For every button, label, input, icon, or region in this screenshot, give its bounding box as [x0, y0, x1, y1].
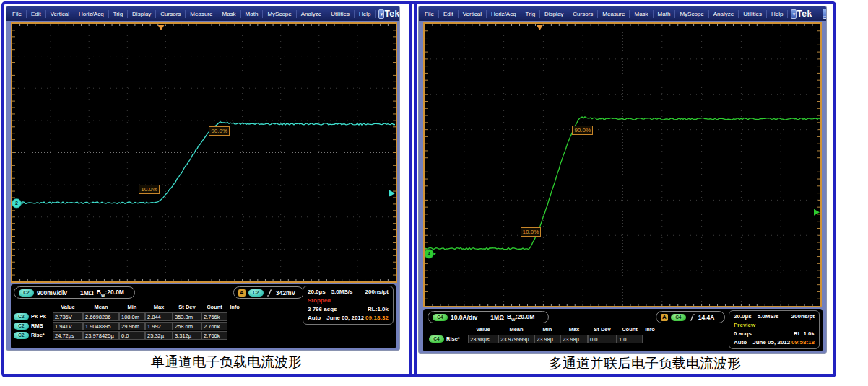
menu-item[interactable]: Horiz/Acq — [487, 10, 521, 18]
trigger-readout[interactable]: A C4 14.4A — [656, 311, 725, 323]
menu-items: FileEditVerticalHoriz/AcqTrigDisplayCurs… — [420, 10, 788, 18]
record-length: RL:1.0k — [794, 330, 815, 338]
menu-item[interactable]: Trig — [521, 10, 540, 18]
menu-item[interactable]: Help — [767, 10, 788, 18]
measurement-row: C2RMS 1.941V 1.9048895 29.96m 1.992 258.… — [14, 321, 242, 330]
measurement-column-header: St Dev — [588, 325, 617, 334]
acquisition-count: 0 acqs — [734, 330, 752, 338]
acquisition-status: Stopped — [308, 297, 331, 305]
date: June 05, 2012 — [752, 338, 790, 347]
measurement-count: 1.0 — [617, 335, 643, 343]
menu-item[interactable]: Utilities — [739, 10, 767, 18]
menu-dropdown-button[interactable]: ▼ — [378, 9, 384, 19]
menu-item[interactable]: Analyze — [297, 10, 326, 18]
menu-item[interactable]: MyScope — [675, 10, 708, 18]
outer-frame: FileEditVerticalHoriz/AcqTrigDisplayCurs… — [1, 1, 836, 377]
measurement-name: Pk-Pk — [31, 313, 46, 320]
measurement-min: 29.96m — [119, 322, 145, 330]
channel-readout[interactable]: C2 900mV/div 1MΩ BW:20.0M — [14, 286, 135, 299]
rising-edge-icon — [689, 314, 695, 321]
rising-edge-icon — [266, 289, 273, 297]
trigger-position-marker[interactable] — [536, 25, 543, 30]
menu-item[interactable]: Math — [241, 10, 264, 18]
channel-badge: C4 — [433, 314, 448, 321]
measurement-mean: 23.978425µ — [83, 331, 119, 340]
measurement-stdev: 3.312µ — [173, 331, 201, 340]
menu-item[interactable]: Mask — [217, 10, 240, 18]
menu-item[interactable]: Horiz/Acq — [74, 10, 109, 18]
menu-item[interactable]: Display — [128, 10, 156, 18]
menu-item[interactable]: Trig — [109, 10, 128, 18]
horizontal-scale: 20.0µs — [734, 312, 752, 321]
minimize-button[interactable]: _ — [823, 9, 827, 19]
measurement-count: 2.766k — [201, 312, 227, 321]
menu-item[interactable]: Vertical — [459, 10, 487, 18]
scope-window-left: FileEditVerticalHoriz/AcqTrigDisplayCurs… — [6, 6, 400, 351]
menu-item[interactable]: Analyze — [709, 10, 739, 18]
measurement-value: 24.72µs — [53, 331, 83, 340]
menu-item[interactable]: Measure — [598, 10, 630, 18]
measurement-count: 2.766k — [201, 322, 227, 330]
measurement-table: ValueMeanMinMaxSt DevCountInfo C2Pk-Pk 2… — [14, 303, 242, 340]
clock-time: 09:58:18 — [791, 338, 815, 347]
menu-item[interactable]: Help — [355, 10, 376, 18]
measurement-mean: 1.9048895 — [83, 322, 119, 330]
measurement-column-header: Mean — [83, 303, 119, 312]
menu-item[interactable]: File — [420, 10, 439, 18]
menu-dropdown-button[interactable]: ▼ — [791, 9, 797, 19]
channel-badge: C2 — [14, 332, 29, 339]
rise-ref-high-label: 90.0% — [572, 126, 593, 135]
channel-readout[interactable]: C4 10.0A/div 1MΩ BW:20.0M — [428, 311, 549, 323]
measurement-column-header: Min — [119, 303, 145, 312]
record-length: RL:1.0k — [368, 305, 389, 314]
measurement-stdev: 258.6m — [173, 322, 201, 330]
rise-ref-low-label: 10.0% — [521, 227, 542, 237]
menu-item[interactable]: Measure — [186, 10, 217, 18]
measurement-headers: ValueMeanMinMaxSt DevCountInfo — [53, 303, 242, 312]
measurement-stdev: 0.0 — [588, 335, 617, 343]
measurement-column-header: Count — [617, 325, 643, 334]
acquisition-count: 2 766 acqs — [308, 305, 337, 314]
clock-time: 09:18:32 — [365, 314, 389, 323]
menu-item[interactable]: MyScope — [263, 10, 296, 18]
caption-right: 多通道并联后电子负载电流波形 — [418, 354, 832, 373]
rise-ref-high-label: 90.0% — [209, 126, 230, 136]
measurement-column-header: Value — [468, 325, 498, 334]
menu-item[interactable]: Mask — [630, 10, 653, 18]
panel-right: FileEditVerticalHoriz/AcqTrigDisplayCurs… — [417, 4, 833, 374]
measurement-row: C4Rise* 23.98µs 23.979999µ 23.98µ 23.98µ… — [429, 334, 657, 343]
measurement-mean: 2.6698286 — [83, 312, 119, 321]
sample-rate: 5.0MS/s — [758, 312, 779, 321]
measurement-max: 25.32µ — [145, 331, 173, 340]
measurement-column-header: Info — [227, 303, 242, 312]
measurement-column-header: Info — [643, 325, 657, 334]
caption-left: 单通道电子负载电流波形 — [6, 351, 407, 373]
measurement-mean: 23.979999µ — [498, 335, 534, 343]
menu-item[interactable]: Edit — [27, 10, 46, 18]
measurement-max: 2.844 — [145, 312, 173, 321]
menu-item[interactable]: Edit — [439, 10, 459, 18]
sample-rate: 5.0MS/s — [331, 288, 353, 297]
scope-screen: 2 10.0% 90.0% C2 900mV/div 1MΩ BW:20.0M … — [6, 21, 399, 350]
menu-item[interactable]: File — [8, 10, 27, 18]
acquisition-status: Preview — [734, 321, 755, 330]
measurement-headers: ValueMeanMinMaxSt DevCountInfo — [468, 325, 657, 335]
menu-item[interactable]: Cursors — [568, 10, 598, 18]
menu-item[interactable]: Math — [654, 10, 676, 18]
measurement-column-header: St Dev — [173, 303, 201, 312]
channel-badge: C2 — [19, 289, 34, 297]
menu-item[interactable]: Display — [540, 10, 568, 18]
measurement-column-header: Count — [201, 303, 227, 312]
measurement-info — [643, 335, 657, 343]
menu-item[interactable]: Utilities — [326, 10, 355, 18]
measurement-table: ValueMeanMinMaxSt DevCountInfo C4Rise* 2… — [429, 325, 657, 343]
waveform-canvas: 2 — [12, 24, 396, 281]
resolution: 200ns/pt — [791, 312, 815, 321]
trigger-readout[interactable]: A C2 342mV — [233, 286, 304, 299]
measurement-header-row: ValueMeanMinMaxSt DevCountInfo — [429, 325, 657, 334]
trigger-mode: Auto — [734, 338, 747, 347]
trigger-position-marker[interactable] — [157, 25, 165, 30]
menu-item[interactable]: Vertical — [46, 10, 74, 18]
menu-item[interactable]: Cursors — [156, 10, 186, 18]
trigger-level: 342mV — [276, 289, 295, 297]
